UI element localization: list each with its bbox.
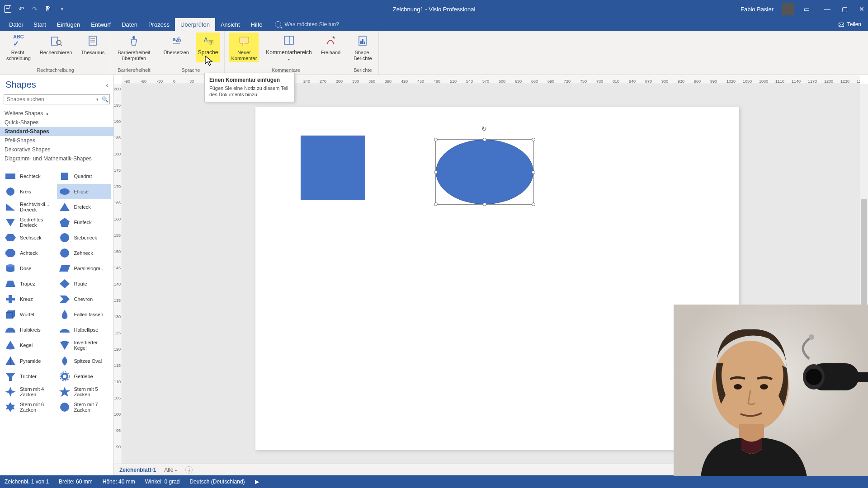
cat-pfeil-shapes[interactable]: Pfeil-Shapes [0,136,113,145]
tab-ansicht[interactable]: Ansicht [215,18,245,31]
handle-e[interactable] [532,170,535,174]
tab-einfuegen[interactable]: Einfügen [52,18,85,31]
new-comment-button[interactable]: NeuerKommentar [229,33,259,62]
shape-item[interactable]: Würfel [3,307,57,322]
tab-ueberpruefen[interactable]: Überprüfen [175,18,215,31]
handle-s[interactable] [483,202,486,206]
user-name[interactable]: Fabio Basler [741,6,774,13]
comments-pane-button[interactable]: Kommentarbereich▾ [264,33,313,62]
tab-start[interactable]: Start [28,18,51,31]
shape-item[interactable]: Getriebe [57,369,111,384]
tab-prozess[interactable]: Prozess [143,18,175,31]
svg-point-21 [60,188,70,195]
document-icon[interactable]: 🗎 [44,5,52,13]
shape-item[interactable]: Halbellipse [57,322,111,338]
cat-diagramm-shapes[interactable]: Diagramm- und Mathematik-Shapes [0,154,113,163]
shape-thumbnail-icon [5,202,16,212]
more-shapes[interactable]: Weitere Shapes ▸ [0,109,113,118]
shape-thumbnail-icon [59,324,71,335]
shape-item[interactable]: Invertierter Kegel [57,338,111,353]
shape-item[interactable]: Stern mit 5 Zacken [57,384,111,399]
shape-item[interactable]: Zehneck [57,245,111,261]
drawing-page[interactable] [255,107,739,450]
search-icon[interactable]: 🔍 [100,96,109,103]
tab-datei[interactable]: Datei [4,18,28,31]
tab-daten[interactable]: Daten [116,18,143,31]
maximize-button[interactable]: ▢ [842,5,848,13]
rotate-handle[interactable] [481,125,488,131]
handle-nw[interactable] [434,138,438,141]
shape-item[interactable]: Parallelogra... [57,261,111,276]
undo-icon[interactable]: ↶ [17,5,25,13]
handle-se[interactable] [532,202,535,206]
translate-button[interactable]: aあ Übersetzen [162,33,191,56]
shape-item[interactable]: Trapez [3,276,57,291]
ink-button[interactable]: Freihand [319,33,342,56]
ribbon-display-icon[interactable]: ▭ [802,5,811,13]
shape-item-label: Spitzes Oval [74,358,102,364]
svg-text:字: 字 [208,39,214,46]
cat-dekorative-shapes[interactable]: Dekorative Shapes [0,145,113,154]
shape-item[interactable]: Raute [57,276,111,291]
search-dropdown-icon[interactable]: ▾ [94,97,100,102]
shape-item[interactable]: Rechtwinkli... Dreieck [3,199,57,215]
rectangle-shape[interactable] [301,136,365,200]
redo-icon[interactable]: ↷ [31,5,39,13]
add-page-button[interactable]: + [185,466,193,474]
shape-item[interactable]: Kreis [3,184,57,199]
shape-item[interactable]: Chevron [57,291,111,307]
shape-item[interactable]: Dose [3,261,57,276]
cat-quick-shapes[interactable]: Quick-Shapes [0,118,113,127]
shape-item[interactable]: Fallen lassen [57,307,111,322]
shape-item[interactable]: Fünfeck [57,215,111,230]
macro-icon[interactable]: ▶ [255,479,259,485]
collapse-icon[interactable]: ‹ [106,81,108,89]
thesaurus-button[interactable]: Thesaurus [79,33,106,56]
shape-item[interactable]: Stern mit 6 Zacken [3,399,57,415]
shape-item[interactable]: Rechteck [3,169,57,184]
close-button[interactable]: ✕ [859,5,864,13]
tab-hilfe[interactable]: Hilfe [245,18,268,31]
page-tab[interactable]: Zeichenblatt-1 [119,467,156,473]
tab-entwurf[interactable]: Entwurf [85,18,116,31]
save-icon[interactable] [4,5,12,13]
tell-me-search[interactable]: Was möchten Sie tun? [275,18,339,31]
spell-group-label: Rechtschreibung [37,67,74,74]
status-lang[interactable]: Deutsch (Deutschland) [190,479,245,485]
shape-item[interactable]: Halbkreis [3,322,57,338]
language-button[interactable]: A字 Sprache▾ [196,33,220,62]
research-button[interactable]: Recherchieren [38,33,74,56]
handle-ne[interactable] [532,138,535,141]
handle-sw[interactable] [434,202,438,206]
shape-reports-button[interactable]: Shape-Berichte [352,33,373,62]
shape-item[interactable]: Stern mit 4 Zacken [3,384,57,399]
shapes-search[interactable]: ▾ 🔍 [4,94,110,104]
qat-dropdown-icon[interactable]: ▾ [58,5,66,13]
shape-item[interactable]: Kreuz [3,291,57,307]
share-button[interactable]: 🖂 Teilen [838,18,861,31]
shape-item[interactable]: Kegel [3,338,57,353]
shape-item[interactable]: Trichter [3,369,57,384]
shape-item[interactable]: Ellipse [57,184,111,199]
spellcheck-button[interactable]: ABC✓ Recht-schreibung [5,33,33,62]
handle-w[interactable] [434,170,438,174]
shape-item[interactable]: Gedrehtes Dreieck [3,215,57,230]
shape-item[interactable]: Stern mit 7 Zacken [57,399,111,415]
minimize-button[interactable]: — [824,5,830,13]
shape-item[interactable]: Dreieck [57,199,111,215]
shape-item[interactable]: Pyramide [3,353,57,369]
ellipse-shape[interactable] [436,140,533,204]
all-pages[interactable]: Alle ▴ [164,467,177,473]
shape-item[interactable]: Quadrat [57,169,111,184]
cat-standard-shapes[interactable]: Standard-Shapes [0,127,113,136]
handle-n[interactable] [483,138,486,141]
shape-item[interactable]: Spitzes Oval [57,353,111,369]
avatar[interactable] [782,3,794,15]
shape-item[interactable]: Siebeneck [57,230,111,245]
shape-item[interactable]: Sechseck [3,230,57,245]
search-input[interactable] [4,95,94,104]
shape-item[interactable]: Achteck [3,245,57,261]
selection-box[interactable] [435,139,534,205]
shape-reports-label: Shape-Berichte [354,50,372,61]
accessibility-button[interactable]: Barrierefreiheitüberprüfen [116,33,152,62]
